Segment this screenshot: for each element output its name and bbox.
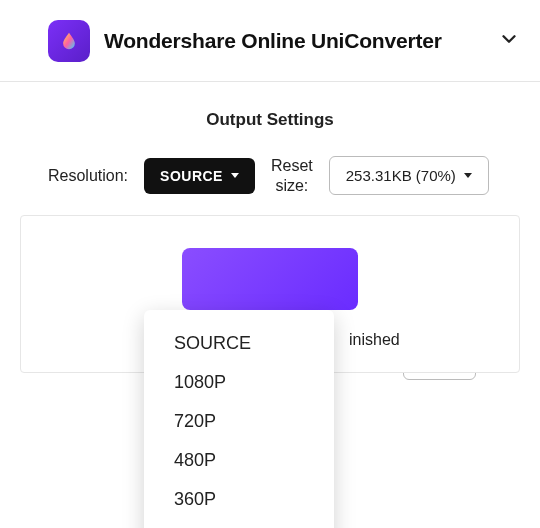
app-logo bbox=[48, 20, 90, 62]
resolution-option[interactable]: 1080P bbox=[144, 363, 334, 402]
reset-size-dropdown-button[interactable]: 253.31KB (70%) bbox=[329, 156, 489, 195]
main-content: Output Settings Resolution: SOURCE Reset… bbox=[0, 110, 540, 373]
resolution-option[interactable]: 480P bbox=[144, 441, 334, 480]
header-dropdown-toggle[interactable] bbox=[498, 28, 520, 54]
resolution-selected: SOURCE bbox=[160, 168, 223, 184]
reset-size-value: 253.31KB (70%) bbox=[346, 167, 456, 184]
resolution-dropdown-menu: SOURCE 1080P 720P 480P 360P 240P 144P bbox=[144, 310, 334, 528]
primary-action-button[interactable] bbox=[182, 248, 358, 310]
resolution-option[interactable]: 240P bbox=[144, 519, 334, 528]
logo-drop-icon bbox=[59, 31, 79, 51]
resolution-option[interactable]: SOURCE bbox=[144, 324, 334, 363]
resolution-dropdown-button[interactable]: SOURCE bbox=[144, 158, 255, 194]
settings-row: Resolution: SOURCE Reset size: 253.31KB … bbox=[0, 156, 540, 195]
chevron-down-icon bbox=[498, 28, 520, 50]
status-text-fragment: inished bbox=[349, 331, 400, 349]
reset-size-label: Reset size: bbox=[271, 156, 313, 194]
resolution-option[interactable]: 720P bbox=[144, 402, 334, 441]
app-header: Wondershare Online UniConverter bbox=[0, 0, 540, 82]
brand-title: Wondershare Online UniConverter bbox=[104, 29, 442, 53]
caret-down-icon bbox=[464, 173, 472, 178]
section-title: Output Settings bbox=[0, 110, 540, 130]
resolution-label: Resolution: bbox=[48, 167, 128, 185]
caret-down-icon bbox=[231, 173, 239, 178]
resolution-option[interactable]: 360P bbox=[144, 480, 334, 519]
